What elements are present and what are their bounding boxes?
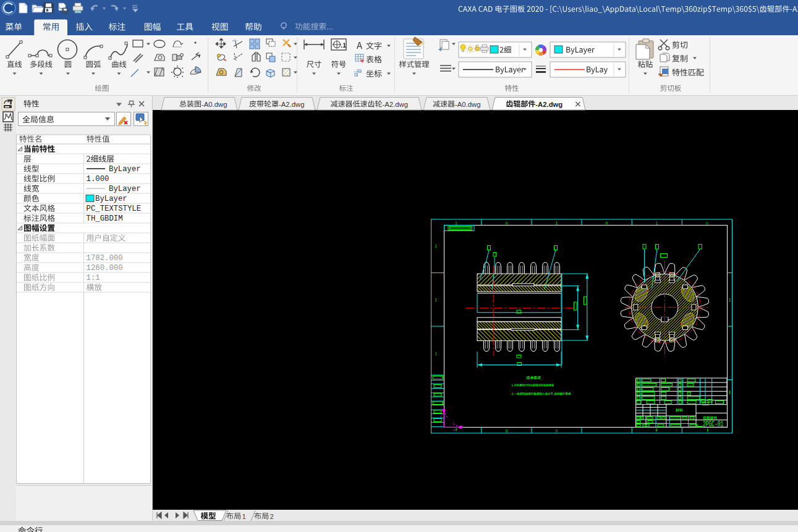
svg-text:PC_TEXTSTYLE: PC_TEXTSTYLE (87, 205, 142, 213)
svg-text:TH_GBDIM: TH_GBDIM (87, 214, 123, 223)
svg-text:2: 2 (270, 513, 273, 520)
svg-text:1: 1 (242, 513, 245, 520)
svg-text:-A2.dwg: -A2.dwg (383, 101, 408, 108)
svg-text:1:1: 1:1 (87, 274, 100, 282)
svg-text:-A2.dwg: -A2.dwg (279, 101, 304, 108)
svg-text:-A0.dwg: -A0.dwg (455, 101, 480, 108)
svg-text:ByLayer: ByLayer (109, 185, 141, 193)
svg-text:ByLayer: ByLayer (95, 195, 127, 203)
svg-text:ByLayer: ByLayer (109, 165, 141, 174)
svg-text:-A0.dwg: -A0.dwg (202, 101, 227, 108)
svg-text:1.000: 1.000 (87, 175, 109, 184)
svg-text:-A2.dwg: -A2.dwg (535, 101, 562, 108)
svg-text:2PGC-01: 2PGC-01 (703, 420, 723, 428)
svg-text:1260.000: 1260.000 (87, 264, 123, 272)
svg-text:1782.000: 1782.000 (87, 254, 123, 263)
